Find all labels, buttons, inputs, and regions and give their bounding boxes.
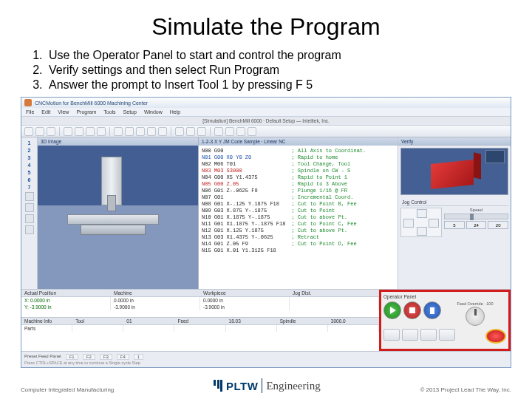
toolbar-button[interactable]: [225, 127, 234, 136]
jog-title: Jog Control: [400, 199, 508, 206]
instruction-item: Verify settings and then select Run Prog…: [46, 63, 511, 78]
line-number: 2: [28, 148, 31, 153]
speed-slider[interactable]: [444, 214, 508, 219]
instruction-item: Answer the prompt to Insert Tool 1 by pr…: [46, 78, 511, 92]
feed-override-label: Feed Override · 100: [444, 301, 506, 306]
app-icon: [24, 99, 32, 106]
slide-title: Simulate the Program: [21, 13, 511, 41]
gutter-icon[interactable]: [25, 225, 34, 234]
jog-down-button[interactable]: [417, 227, 427, 236]
line-number: 4: [28, 163, 31, 168]
toolbar-button[interactable]: [136, 127, 145, 136]
jog-speed: Speed 5 24 20: [444, 208, 508, 237]
op-small-button[interactable]: [439, 329, 455, 341]
toolbar-button[interactable]: [125, 127, 134, 136]
ap-title: Actual Position: [21, 290, 111, 296]
op-small-button[interactable]: [402, 329, 418, 341]
feed-override: Feed Override · 100: [444, 301, 506, 327]
toolbar-button[interactable]: [97, 127, 106, 136]
instruction-list: Use the Operator Panel to start and cont…: [28, 48, 511, 92]
status-bar: Preset Feed Panel F1 F2 F3 F4 1 Press CT…: [21, 351, 511, 367]
toolbar-button[interactable]: [197, 127, 206, 136]
toolbar-button[interactable]: [86, 127, 95, 136]
toolbar-button[interactable]: [214, 127, 223, 136]
gcode-panel[interactable]: 1-2-3 X Y JM Code Sample · Linear NC N00…: [199, 137, 398, 289]
footer-right: © 2013 Project Lead The Way, Inc.: [420, 386, 511, 393]
toolbar-button[interactable]: [35, 127, 44, 136]
gcode-title: 1-2-3 X Y JM Code Sample · Linear NC: [199, 137, 398, 146]
preset-button[interactable]: 1: [134, 354, 143, 360]
window-title: CNCMotion for BenchMill 6000 Machining C…: [35, 100, 148, 106]
preset-button[interactable]: F3: [100, 354, 112, 360]
toolbar-button[interactable]: [158, 127, 167, 136]
speed-preset-button[interactable]: 24: [466, 221, 487, 229]
status-hint: Press CTRL+SPACE at any time to continue…: [24, 361, 508, 365]
app-screenshot: CNCMotion for BenchMill 6000 Machining C…: [21, 97, 511, 368]
jog-control: Jog Control Speed 5: [400, 199, 508, 237]
op-small-button[interactable]: [383, 329, 400, 341]
toolbar-button[interactable]: [186, 127, 195, 136]
right-pane: Verify Jog Control: [398, 137, 511, 289]
preset-button[interactable]: F1: [66, 354, 78, 360]
line-number: 5: [28, 170, 31, 175]
footer-left: Computer Integrated Manufacturing: [21, 386, 114, 393]
verify-3d-view[interactable]: [400, 148, 508, 195]
toolbar-button[interactable]: [47, 127, 55, 136]
3d-view-panel[interactable]: 3D Image: [38, 137, 199, 289]
axis-indicator-icon: [485, 150, 505, 163]
gutter-icon[interactable]: [25, 214, 34, 223]
gutter-icon[interactable]: [25, 203, 34, 212]
menu-help[interactable]: Help: [170, 109, 180, 115]
toolbar-button[interactable]: [248, 127, 256, 136]
line-number: 6: [28, 177, 31, 183]
gutter-icon[interactable]: [25, 192, 34, 201]
menu-tools[interactable]: Tools: [103, 109, 115, 115]
op-small-button[interactable]: [420, 329, 437, 341]
preset-button[interactable]: F4: [117, 354, 129, 360]
toolbar-button[interactable]: [114, 127, 123, 136]
line-number: 3: [28, 155, 31, 160]
jog-left-button[interactable]: [403, 219, 414, 228]
toolbar-button[interactable]: [236, 127, 245, 136]
jog-pad: [400, 208, 442, 237]
toolbar-button[interactable]: [64, 127, 72, 136]
jog-up-button[interactable]: [417, 209, 427, 218]
menu-program[interactable]: Program: [76, 109, 96, 115]
left-line-gutter: 1 2 3 4 5 6 7: [21, 137, 38, 289]
toolbar: [21, 126, 511, 137]
window-titlebar: CNCMotion for BenchMill 6000 Machining C…: [21, 98, 511, 108]
toolbar-button[interactable]: [24, 127, 33, 136]
pltw-logo: PLTW Engineering: [214, 378, 321, 393]
toolbar-button[interactable]: [147, 127, 156, 136]
comment-column: ; All Axis to Coordinat. ; Rapid to home…: [291, 148, 366, 254]
machine-info-panel: Machine Info Tool 01 Feed 18.03 Spindle …: [21, 318, 379, 351]
menu-file[interactable]: File: [26, 109, 34, 115]
menu-setup[interactable]: Setup: [123, 109, 137, 115]
operator-panel-title: Operator Panel: [383, 294, 506, 299]
actual-position-panel: Actual Position Machine Workpiece Jog Di…: [21, 290, 379, 318]
line-number: 1: [28, 140, 31, 146]
3d-view-title: 3D Image: [38, 137, 198, 146]
feed-override-knob[interactable]: [466, 307, 485, 326]
slide-footer: Computer Integrated Manufacturing PLTW E…: [21, 378, 511, 393]
speed-label: Speed: [444, 208, 508, 212]
stop-program-button[interactable]: [403, 301, 421, 319]
menu-view[interactable]: View: [58, 109, 69, 115]
instruction-item: Use the Operator Panel to start and cont…: [46, 48, 511, 63]
menu-edit[interactable]: Edit: [41, 109, 50, 115]
preset-button[interactable]: F2: [83, 354, 95, 360]
toolbar-button[interactable]: [75, 127, 83, 136]
verify-title: Verify: [398, 137, 511, 146]
pause-program-button[interactable]: [423, 301, 441, 319]
menu-bar[interactable]: File Edit View Program Tools Setup Windo…: [21, 108, 511, 117]
jog-right-button[interactable]: [429, 219, 439, 228]
speed-preset-button[interactable]: 5: [444, 221, 465, 229]
speed-preset-button[interactable]: 20: [488, 221, 508, 229]
preset-label: Preset Feed Panel: [24, 354, 61, 360]
logo-subtext: Engineering: [266, 380, 320, 392]
run-program-button[interactable]: [383, 301, 401, 319]
menu-window[interactable]: Window: [144, 109, 163, 115]
emergency-stop-button[interactable]: [485, 329, 506, 344]
gcode-column: N00 G90 N01 G00 X0 Y0 Z0 N02 M06 T01 N03…: [202, 148, 285, 254]
toolbar-button[interactable]: [175, 127, 184, 136]
